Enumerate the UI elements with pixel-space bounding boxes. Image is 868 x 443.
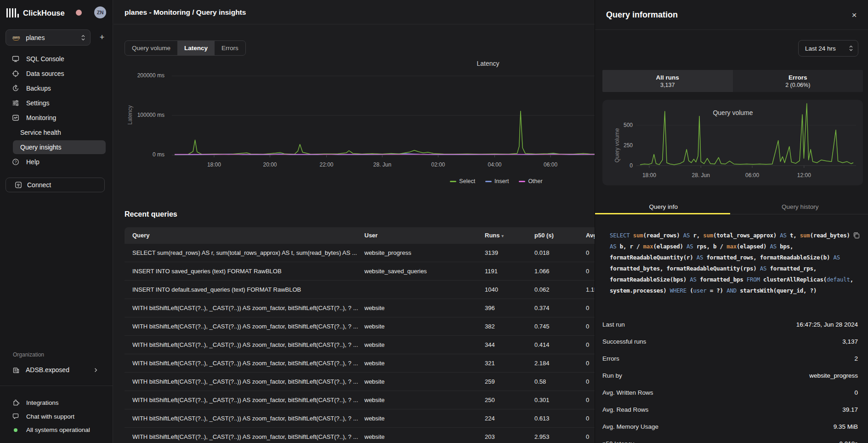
cell-avg: 0 — [586, 415, 589, 422]
stat-label: Last run — [602, 321, 625, 328]
active-tab-underline — [595, 213, 730, 214]
add-service-button[interactable]: + — [96, 31, 108, 43]
latency-axis-name: Latency — [127, 101, 133, 129]
cell-avg: 0 — [586, 378, 589, 385]
clickhouse-logo-icon — [6, 8, 19, 17]
stat-label: Avg. Memory Usage — [602, 423, 658, 430]
y-tick-200000: 200000 ms — [124, 72, 165, 79]
stat-label: Run by — [602, 372, 622, 379]
cell-avg: 0 — [586, 323, 589, 330]
cell-query: SELECT sum(read_rows) AS r, sum(total_ro… — [132, 249, 357, 256]
monitor-icon — [11, 55, 19, 63]
cell-runs: 259 — [485, 378, 495, 385]
cell-user: website_progress — [364, 249, 411, 256]
cell-p50: 2.184 — [534, 360, 550, 367]
stat-value: 0 — [854, 389, 858, 396]
tab-query-info[interactable]: Query info — [595, 201, 732, 214]
sidebar: ClickHouse ZN aws planes + SQL Console D… — [0, 0, 113, 443]
tab-query-history[interactable]: Query history — [732, 201, 868, 214]
cell-avg: 0 — [586, 249, 589, 256]
organization-section-label: Organization — [13, 351, 44, 358]
data-sources-icon — [11, 70, 19, 78]
connect-button[interactable]: Connect — [6, 178, 105, 192]
runs-errors-toggle: All runs 3,137 Errors 2 (0.06%) — [602, 70, 863, 92]
recent-queries-title: Recent queries — [125, 210, 177, 219]
cell-query: WITH bitShiftLeft(CAST(?..), _CAST(?..))… — [132, 378, 358, 385]
workspace-selector[interactable]: aws planes — [6, 29, 91, 46]
cell-avg: 0 — [586, 397, 589, 403]
x-tick-label: 02:00 — [422, 161, 454, 168]
x-tick-label: 06:00 — [736, 172, 768, 178]
cell-runs: 344 — [485, 341, 495, 348]
stat-row: Successful runs3,137 — [602, 333, 858, 350]
cell-runs: 1040 — [485, 286, 498, 293]
x-tick-label: 28. Jun — [366, 161, 398, 168]
organization-selector[interactable]: ADSB.exposed — [0, 363, 113, 378]
status-dot-icon — [14, 428, 17, 432]
cell-user: website — [364, 360, 385, 367]
toggle-all-runs[interactable]: All runs 3,137 — [602, 70, 733, 92]
cell-avg: 0 — [586, 433, 589, 440]
legend-select[interactable]: Select — [450, 178, 475, 184]
stat-value: 2 — [854, 355, 858, 362]
sidebar-item-help[interactable]: ? Help — [0, 155, 113, 169]
stat-row: Avg. Read Rows39.17 — [602, 401, 858, 418]
sql-line: system.processes) WHERE (user = ?) AND s… — [610, 285, 858, 296]
sidebar-item-monitoring[interactable]: Monitoring — [0, 110, 113, 125]
cell-p50: 0.745 — [534, 323, 550, 330]
y-tick-0: 0 ms — [124, 151, 165, 158]
cell-user: website — [364, 378, 385, 385]
cell-p50: 0.613 — [534, 415, 550, 422]
tab-query-volume[interactable]: Query volume — [125, 41, 177, 55]
sidebar-item-system-status[interactable]: All systems operational — [0, 423, 113, 437]
stat-row: p50 latency0.018s — [602, 435, 858, 443]
brand-name: ClickHouse — [23, 9, 65, 17]
panel-title: Query information — [606, 10, 678, 20]
cell-runs: 250 — [485, 397, 495, 403]
stat-label: Avg. Read Rows — [602, 406, 648, 413]
chevron-right-icon — [92, 367, 99, 374]
sql-line: formatReadableSize(bps) AS formatted_bps… — [610, 274, 858, 285]
cell-p50: 0.414 — [534, 341, 550, 348]
cell-query: WITH bitShiftLeft(CAST(?..), _CAST(?..))… — [132, 397, 358, 403]
cell-user: website_saved_queries — [364, 268, 427, 275]
tab-latency[interactable]: Latency — [177, 41, 215, 55]
avatar[interactable]: ZN — [94, 6, 106, 18]
sidebar-item-sql-console[interactable]: SQL Console — [0, 52, 113, 66]
sidebar-item-service-health[interactable]: Service health — [0, 125, 113, 140]
x-tick-label: 18:00 — [633, 172, 665, 178]
col-runs[interactable]: Runs▾ — [485, 232, 504, 239]
workspace-name: planes — [26, 34, 81, 41]
query-information-panel: Query information × Last 24 hrs All runs… — [595, 0, 868, 443]
sidebar-item-settings[interactable]: Settings — [0, 96, 113, 110]
notification-dot-icon[interactable] — [76, 10, 82, 16]
toggle-errors[interactable]: Errors 2 (0.06%) — [733, 70, 863, 92]
x-tick-label: 22:00 — [310, 161, 342, 168]
tab-errors[interactable]: Errors — [215, 41, 245, 55]
sidebar-item-query-insights[interactable]: Query insights — [0, 140, 113, 155]
sidebar-item-chat-support[interactable]: Chat with support — [0, 410, 113, 424]
x-tick-label: 06:00 — [534, 161, 567, 168]
sidebar-item-data-sources[interactable]: Data sources — [0, 66, 113, 81]
legend-insert[interactable]: Insert — [485, 178, 509, 184]
x-tick-label: 28. Jun — [685, 172, 717, 178]
legend-other[interactable]: Other — [519, 178, 542, 184]
close-icon[interactable]: × — [848, 9, 860, 21]
sidebar-item-backups[interactable]: Backups — [0, 81, 113, 96]
time-range-select[interactable]: Last 24 hrs — [798, 40, 858, 57]
chart-tabs: Query volume Latency Errors — [125, 40, 246, 56]
stat-value: 39.17 — [842, 406, 858, 413]
cell-user: website — [364, 323, 385, 330]
time-range-value: Last 24 hrs — [805, 45, 849, 52]
cell-p50: 0.374 — [534, 305, 550, 311]
sidebar-item-integrations[interactable]: Integrations — [0, 396, 113, 410]
sidebar-divider — [0, 385, 113, 386]
x-tick-label: 18:00 — [198, 161, 230, 168]
cell-p50: 1.066 — [534, 268, 550, 275]
app-root: ClickHouse ZN aws planes + SQL Console D… — [0, 0, 868, 443]
stat-value: 0.018s — [839, 440, 858, 443]
cell-p50: 2.953 — [534, 433, 550, 440]
query-stats: Last run16:47:25, Jun 28 2024Successful … — [602, 316, 858, 443]
copy-icon[interactable] — [852, 231, 861, 240]
cell-user: website — [364, 341, 385, 348]
